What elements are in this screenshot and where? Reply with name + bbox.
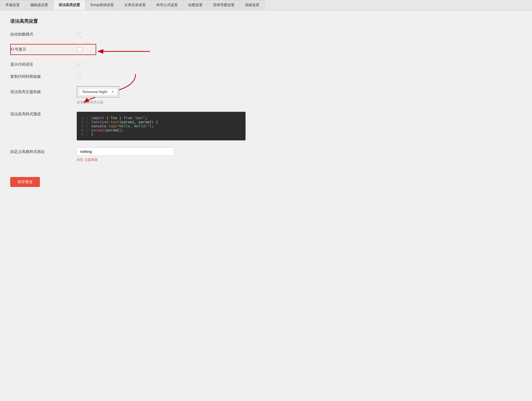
code-preview-container: 1|import { foo } from "bar";2|function t… xyxy=(77,112,246,140)
custom-url-hint-prefix: 获取 xyxy=(77,158,83,162)
save-row: 保存更改 xyxy=(10,169,522,187)
tab-语法高亮设置[interactable]: 语法高亮设置 xyxy=(53,0,85,10)
custom-url-label: 自定义风格样式地址 xyxy=(10,149,61,154)
code-token: ( xyxy=(115,124,117,128)
show-lang-checkbox[interactable] xyxy=(77,62,81,67)
save-button[interactable]: 保存更改 xyxy=(10,177,40,187)
code-token: test xyxy=(110,120,119,124)
line-code: import { foo } from "bar"; xyxy=(91,116,147,120)
theme-hint: 改变语法高亮主题 xyxy=(77,100,103,105)
tab-科学公式设置[interactable]: 科学公式设置 xyxy=(151,0,183,10)
theme-control: Tomorrow Night ▾ xyxy=(77,86,119,97)
code-line: 5|} xyxy=(77,132,246,136)
line-number-label: 行号显示 xyxy=(11,47,62,52)
line-number-row: 行号显示 xyxy=(10,44,522,55)
line-number-checkbox[interactable] xyxy=(77,47,82,52)
preview-label: 语法高亮样式预览 xyxy=(10,112,61,117)
code-token: param1 xyxy=(91,128,104,132)
custom-url-control xyxy=(77,148,174,156)
line-number: 1 xyxy=(77,116,86,120)
theme-label: 语法高亮主题风格 xyxy=(10,90,61,94)
theme-row: 语法高亮主题风格 Tomorrow Night ▾ 改变语法高亮主题 xyxy=(10,86,522,105)
line-number: 4 xyxy=(77,128,86,132)
custom-url-row: 自定义风格样式地址 获取 主题风格 xyxy=(10,148,522,162)
code-token: { foo } xyxy=(104,116,124,120)
theme-style-link[interactable]: 主题风格 xyxy=(84,158,98,162)
show-lang-row: 显示代码语言 xyxy=(10,62,522,67)
code-token: import xyxy=(91,116,104,120)
line-code: } xyxy=(91,132,93,136)
code-token: log xyxy=(108,124,115,128)
copy-code-row: 复制代码到剪贴板 xyxy=(10,74,522,79)
custom-url-input[interactable] xyxy=(77,148,174,156)
code-token xyxy=(132,116,134,120)
tab-Emoji表情设置[interactable]: Emoji表情设置 xyxy=(85,0,119,10)
code-token: ; xyxy=(145,116,147,120)
line-code: function test(param1, param2) { xyxy=(91,120,158,124)
code-token: from xyxy=(124,116,132,120)
auto-load-control xyxy=(77,32,81,37)
code-line: 2|function test(param1, param2) { xyxy=(77,120,246,124)
code-token: console. xyxy=(91,124,108,128)
tabs-bar: 常规设置编辑器设置语法高亮设置Emoji表情设置文章目录设置科学公式设置绘图设置… xyxy=(0,0,532,10)
page-title: 语法高亮设置 xyxy=(10,18,522,24)
chevron-down-icon: ▾ xyxy=(112,90,114,94)
settings-section: 自动加载模式 行号显示 xyxy=(10,32,522,187)
code-line: 1|import { foo } from "bar"; xyxy=(77,116,246,120)
code-line: 3| console.log("Hello, World!"); xyxy=(77,124,246,128)
code-token: ); xyxy=(149,124,154,128)
content-area: 语法高亮设置 自动加载模式 行号显示 xyxy=(0,10,532,399)
code-token: "bar" xyxy=(134,116,145,120)
line-number: 2 xyxy=(77,120,86,124)
line-number: 5 xyxy=(77,132,86,136)
line-separator: | xyxy=(86,132,91,136)
line-number-control xyxy=(77,47,82,52)
auto-load-row: 自动加载模式 xyxy=(10,32,522,37)
line-number: 3 xyxy=(77,124,86,128)
line-separator: | xyxy=(86,124,91,128)
line-separator: | xyxy=(86,116,91,120)
code-token: (param2); xyxy=(104,128,124,132)
tab-绘图设置[interactable]: 绘图设置 xyxy=(183,0,208,10)
theme-value: Tomorrow Night xyxy=(82,90,107,94)
line-code: param1(param2); xyxy=(91,128,123,132)
preview-row: 语法高亮样式预览 1|import { foo } from "bar";2|f… xyxy=(10,112,522,140)
code-token: "Hello, World!" xyxy=(117,124,149,128)
show-lang-label: 显示代码语言 xyxy=(10,62,61,67)
code-line: 4| param1(param2); xyxy=(77,128,246,132)
auto-load-checkbox[interactable] xyxy=(77,32,81,37)
tab-编辑器设置[interactable]: 编辑器设置 xyxy=(25,0,53,10)
line-separator: | xyxy=(86,120,91,124)
tab-思维导图设置[interactable]: 思维导图设置 xyxy=(208,0,240,10)
copy-code-label: 复制代码到剪贴板 xyxy=(10,74,61,79)
auto-load-label: 自动加载模式 xyxy=(10,32,61,37)
show-lang-control xyxy=(77,62,81,67)
tab-文章目录设置[interactable]: 文章目录设置 xyxy=(119,0,151,10)
code-preview: 1|import { foo } from "bar";2|function t… xyxy=(77,112,246,140)
arrow1-icon xyxy=(96,45,152,58)
tab-高级设置[interactable]: 高级设置 xyxy=(240,0,265,10)
line-separator: | xyxy=(86,128,91,132)
line-code: console.log("Hello, World!"); xyxy=(91,124,153,128)
code-token: } xyxy=(91,132,93,136)
code-token: function xyxy=(91,120,108,124)
code-token: (param1, param2) { xyxy=(119,120,158,124)
tab-常规设置[interactable]: 常规设置 xyxy=(0,0,25,10)
theme-dropdown[interactable]: Tomorrow Night ▾ xyxy=(79,88,117,95)
